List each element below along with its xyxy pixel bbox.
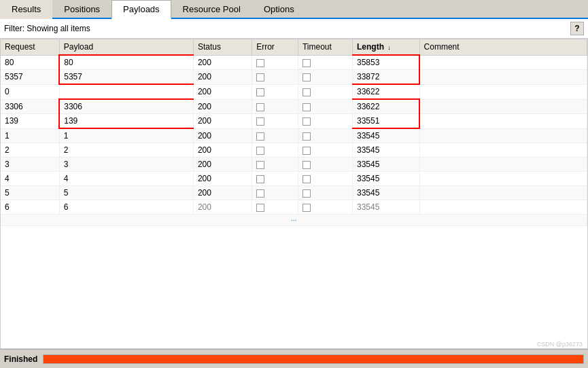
tab-positions[interactable]: Positions — [52, 0, 111, 19]
ellipsis-row: ··· — [1, 215, 587, 226]
table-row[interactable]: 1120033545 — [1, 128, 587, 143]
col-length[interactable]: Length ↓ — [352, 39, 419, 55]
table-row[interactable]: 5357535720033872 — [1, 70, 587, 85]
status-bar: Finished — [0, 349, 588, 368]
cell-timeout — [298, 84, 352, 99]
cell-request: 1 — [1, 128, 59, 143]
col-payload[interactable]: Payload — [59, 39, 193, 55]
cell-length: 33551 — [352, 114, 419, 129]
table-row[interactable]: 13913920033551 — [1, 114, 587, 129]
cell-status: 200 — [193, 128, 252, 143]
cell-comment — [419, 158, 587, 172]
cell-comment — [419, 128, 587, 143]
cell-status: 200 — [193, 99, 252, 114]
cell-length: 35853 — [352, 55, 419, 70]
cell-status: 200 — [193, 158, 252, 172]
cell-status: 200 — [193, 143, 252, 158]
col-comment[interactable]: Comment — [419, 39, 587, 55]
cell-error — [252, 55, 298, 70]
watermark: CSDN @p36273 — [537, 341, 583, 348]
cell-timeout — [298, 70, 352, 85]
cell-status: 200 — [193, 114, 252, 129]
table-row[interactable]: 2220033545 — [1, 143, 587, 158]
cell-error — [252, 186, 298, 200]
table-row[interactable]: 808020035853 — [1, 55, 587, 70]
cell-error — [252, 172, 298, 186]
tab-bar: Results Positions Payloads Resource Pool… — [0, 0, 588, 19]
cell-comment — [419, 172, 587, 186]
tab-payloads[interactable]: Payloads — [111, 0, 171, 19]
cell-timeout — [298, 200, 352, 215]
cell-timeout — [298, 114, 352, 129]
filter-text: Filter: Showing all items — [4, 24, 570, 33]
cell-status: 200 — [193, 70, 252, 85]
col-timeout[interactable]: Timeout — [298, 39, 352, 55]
cell-length: 33545 — [352, 200, 419, 215]
cell-request: 80 — [1, 55, 59, 70]
tab-options[interactable]: Options — [252, 0, 306, 19]
cell-error — [252, 99, 298, 114]
cell-request: 4 — [1, 172, 59, 186]
results-table: Request Payload Status Error Timeout Len… — [1, 39, 587, 226]
cell-payload — [59, 84, 193, 99]
cell-status: 200 — [193, 200, 252, 215]
cell-status: 200 — [193, 55, 252, 70]
cell-payload: 6 — [59, 200, 193, 215]
help-button[interactable]: ? — [570, 22, 584, 35]
cell-error — [252, 143, 298, 158]
cell-timeout — [298, 143, 352, 158]
cell-status: 200 — [193, 186, 252, 200]
table-header-row: Request Payload Status Error Timeout Len… — [1, 39, 587, 55]
cell-request: 5 — [1, 186, 59, 200]
cell-comment — [419, 143, 587, 158]
cell-length: 33545 — [352, 172, 419, 186]
cell-request: 2 — [1, 143, 59, 158]
cell-request: 6 — [1, 200, 59, 215]
cell-timeout — [298, 158, 352, 172]
col-request[interactable]: Request — [1, 39, 59, 55]
tab-results[interactable]: Results — [0, 0, 52, 19]
cell-request: 5357 — [1, 70, 59, 85]
cell-request: 3 — [1, 158, 59, 172]
cell-error — [252, 128, 298, 143]
cell-payload: 3306 — [59, 99, 193, 114]
cell-request: 139 — [1, 114, 59, 129]
filter-bar: Filter: Showing all items ? — [0, 19, 588, 39]
progress-fill — [44, 355, 583, 363]
table-row[interactable]: 6620033545 — [1, 200, 587, 215]
cell-timeout — [298, 99, 352, 114]
table-row[interactable]: 4420033545 — [1, 172, 587, 186]
cell-length: 33622 — [352, 84, 419, 99]
status-label: Finished — [4, 354, 37, 364]
cell-payload: 80 — [59, 55, 193, 70]
cell-length: 33545 — [352, 186, 419, 200]
table-row[interactable]: 020033622 — [1, 84, 587, 99]
cell-length: 33545 — [352, 158, 419, 172]
cell-status: 200 — [193, 172, 252, 186]
cell-length: 33872 — [352, 70, 419, 85]
cell-timeout — [298, 186, 352, 200]
cell-comment — [419, 55, 587, 70]
cell-comment — [419, 114, 587, 129]
cell-timeout — [298, 55, 352, 70]
results-table-container: Request Payload Status Error Timeout Len… — [0, 39, 588, 349]
cell-error — [252, 70, 298, 85]
col-error[interactable]: Error — [252, 39, 298, 55]
cell-payload: 4 — [59, 172, 193, 186]
col-status[interactable]: Status — [193, 39, 252, 55]
cell-comment — [419, 200, 587, 215]
table-row[interactable]: 3320033545 — [1, 158, 587, 172]
cell-request: 3306 — [1, 99, 59, 114]
progress-bar — [43, 354, 584, 364]
cell-payload: 2 — [59, 143, 193, 158]
cell-comment — [419, 99, 587, 114]
cell-error — [252, 114, 298, 129]
cell-error — [252, 84, 298, 99]
cell-payload: 5 — [59, 186, 193, 200]
tab-resource-pool[interactable]: Resource Pool — [171, 0, 252, 19]
cell-payload: 139 — [59, 114, 193, 129]
cell-comment — [419, 186, 587, 200]
cell-error — [252, 200, 298, 215]
table-row[interactable]: 3306330620033622 — [1, 99, 587, 114]
table-row[interactable]: 5520033545 — [1, 186, 587, 200]
